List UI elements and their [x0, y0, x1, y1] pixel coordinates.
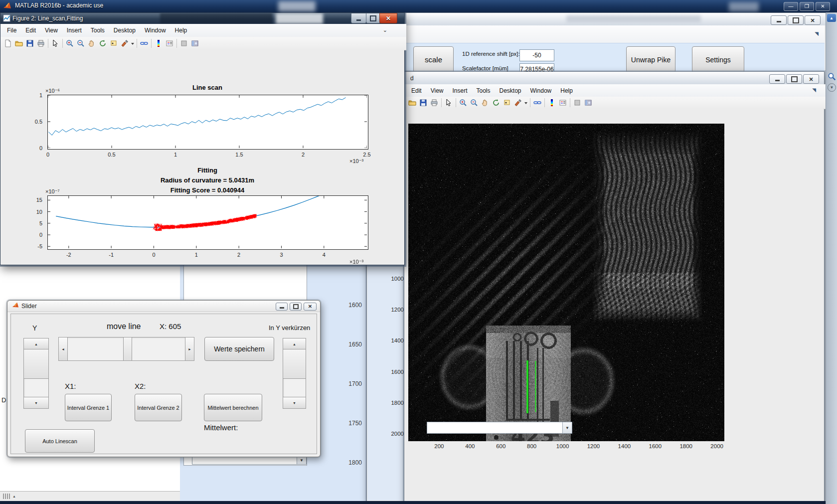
gui-close-button[interactable]: ✕ — [805, 15, 821, 25]
linescan-axes[interactable] — [47, 95, 368, 150]
mittelwert-berechnen-button[interactable]: Mittelwert berechnen — [204, 394, 262, 421]
slider-thumb[interactable] — [123, 337, 132, 361]
menu-item-desktop[interactable]: Desktop — [495, 86, 526, 96]
fitting-axes[interactable] — [47, 195, 368, 250]
hologram-image[interactable] — [408, 124, 724, 441]
print-icon[interactable] — [429, 98, 440, 108]
scale-button[interactable]: scale — [413, 46, 454, 73]
main-maximize-button[interactable]: ❐ — [800, 2, 814, 11]
image-figure-titlebar[interactable]: d ✕ — [404, 72, 824, 84]
gui-titlebar[interactable]: ✕ — [367, 13, 826, 25]
link-plots-icon[interactable] — [139, 38, 150, 48]
werte-speichern-button[interactable]: Werte speichern — [204, 337, 274, 361]
pan-hand-icon[interactable] — [86, 38, 97, 48]
image-figure-maximize-button[interactable] — [786, 74, 802, 84]
menu-item-view[interactable]: View — [426, 86, 448, 96]
ref-shift-input[interactable]: -50 — [519, 49, 554, 61]
new-document-icon[interactable] — [2, 38, 13, 48]
hide-plot-tools-icon[interactable] — [572, 98, 583, 108]
image-figure-minimize-button[interactable] — [769, 74, 785, 84]
menu-item-window[interactable]: Window — [140, 25, 170, 35]
pan-hand-icon[interactable] — [480, 98, 491, 108]
settings-button[interactable]: Settings — [692, 46, 744, 73]
slider-thumb[interactable] — [283, 349, 306, 379]
zoom-out-icon[interactable] — [469, 98, 480, 108]
menu-item-view[interactable]: View — [40, 25, 62, 35]
gui-minimize-button[interactable] — [771, 15, 787, 25]
menu-item-window[interactable]: Window — [526, 86, 556, 96]
search-icon[interactable] — [828, 72, 836, 83]
slider-left-arrow[interactable]: ◄ — [58, 337, 68, 361]
rotate-3d-icon[interactable] — [491, 98, 502, 108]
background-dropdown[interactable]: ▼ — [192, 456, 307, 465]
slider-minimize-button[interactable] — [276, 303, 288, 311]
auto-linescan-button[interactable]: Auto Linescan — [25, 429, 95, 453]
slider-thumb[interactable] — [23, 349, 49, 379]
interval-grenze-2-button[interactable]: Interval Grenze 2 — [135, 394, 182, 421]
dropdown-arrow-icon[interactable] — [130, 38, 135, 48]
figure2-close-button[interactable]: ✕ — [379, 13, 397, 23]
show-plot-tools-icon[interactable] — [583, 98, 594, 108]
menu-item-desktop[interactable]: Desktop — [109, 25, 140, 35]
insert-legend-icon[interactable] — [164, 38, 175, 48]
main-close-button[interactable]: ✕ — [816, 2, 830, 11]
figure2-menu-overflow-icon[interactable]: ⌄ — [383, 27, 387, 33]
gui-maximize-button[interactable] — [788, 15, 804, 25]
menu-item-tools[interactable]: Tools — [472, 86, 495, 96]
insert-colorbar-icon[interactable] — [546, 98, 557, 108]
figure2-titlebar[interactable]: Figure 2: Line_scan,Fitting ✕ — [0, 13, 404, 24]
slider-maximize-button[interactable] — [290, 303, 302, 311]
main-minimize-button[interactable]: — — [784, 2, 798, 11]
slider-down-arrow[interactable]: ▼ — [23, 397, 49, 409]
menu-item-file[interactable]: File — [2, 25, 21, 35]
slider-close-button[interactable]: ✕ — [304, 303, 317, 311]
slider-up-arrow[interactable]: ▲ — [283, 338, 306, 350]
menu-item-edit[interactable]: Edit — [21, 25, 40, 35]
menu-item-insert[interactable]: Insert — [448, 86, 472, 96]
brush-icon[interactable] — [512, 98, 523, 108]
open-folder-icon[interactable] — [13, 38, 24, 48]
dropdown-arrow-icon[interactable] — [523, 98, 528, 108]
brush-icon[interactable] — [119, 38, 130, 48]
slider-up-arrow[interactable]: ▲ — [23, 338, 49, 350]
insert-colorbar-icon[interactable] — [153, 38, 164, 48]
zoom-in-icon[interactable] — [458, 98, 469, 108]
dropdown-arrow-icon[interactable]: ▼ — [562, 422, 572, 433]
insert-legend-icon[interactable] — [557, 98, 568, 108]
menu-item-edit[interactable]: Edit — [407, 86, 426, 96]
statusbar-grip[interactable]: ▲ — [3, 494, 16, 499]
figure2-minimize-button[interactable] — [351, 13, 366, 23]
slider-right-arrow[interactable]: ► — [185, 337, 194, 361]
menu-item-tools[interactable]: Tools — [86, 25, 109, 35]
save-icon[interactable] — [418, 98, 429, 108]
figure-dropdown[interactable]: ▼ — [427, 422, 572, 434]
interval-grenze-1-button[interactable]: Interval Grenze 1 — [65, 394, 112, 421]
data-cursor-icon[interactable] — [502, 98, 512, 108]
y-slider-left[interactable]: ▲ ▼ — [23, 338, 49, 409]
menu-item-insert[interactable]: Insert — [62, 25, 86, 35]
dropdown-arrow-icon[interactable]: ▼ — [297, 457, 306, 464]
zoom-out-icon[interactable] — [75, 38, 86, 48]
menu-item-help[interactable]: Help — [170, 25, 192, 35]
move-line-slider[interactable]: ◄ ► — [58, 337, 194, 361]
chevron-down-circle-icon[interactable]: ▼ — [828, 83, 836, 92]
link-plots-icon[interactable] — [532, 98, 543, 108]
rotate-3d-icon[interactable] — [97, 38, 108, 48]
gui-dock-arrow-icon[interactable]: ◥ — [815, 31, 819, 36]
image-figure-close-button[interactable]: ✕ — [803, 74, 819, 84]
matlab-main-titlebar[interactable]: MATLAB R2016b - academic use — ❐ ✕ — [0, 0, 837, 12]
show-plot-tools-icon[interactable] — [189, 38, 200, 48]
slider-titlebar[interactable]: Slider ✕ — [7, 301, 320, 312]
image-figure-dock-arrow-icon[interactable]: ◥ — [812, 87, 816, 93]
slider-down-arrow[interactable]: ▼ — [283, 397, 306, 409]
print-icon[interactable] — [35, 38, 46, 48]
unwrap-pike-button[interactable]: Unwrap Pike — [626, 46, 675, 73]
hide-plot-tools-icon[interactable] — [178, 38, 189, 48]
figure2-maximize-button[interactable] — [366, 13, 380, 23]
y-slider-right[interactable]: ▲ ▼ — [283, 338, 306, 409]
menu-item-help[interactable]: Help — [556, 86, 577, 96]
save-icon[interactable] — [24, 38, 35, 48]
cursor-icon[interactable] — [50, 38, 61, 48]
zoom-in-icon[interactable] — [64, 38, 75, 48]
open-folder-icon[interactable] — [407, 98, 418, 108]
